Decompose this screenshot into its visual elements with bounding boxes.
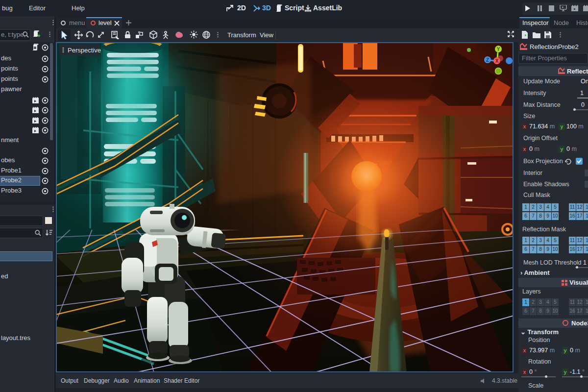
svg-text:Z: Z (486, 57, 489, 63)
svg-text::: : (162, 31, 163, 34)
svg-text:X: X (495, 58, 499, 64)
svg-text:Perspective: Perspective (68, 47, 101, 54)
svg-text:Y: Y (497, 47, 500, 52)
